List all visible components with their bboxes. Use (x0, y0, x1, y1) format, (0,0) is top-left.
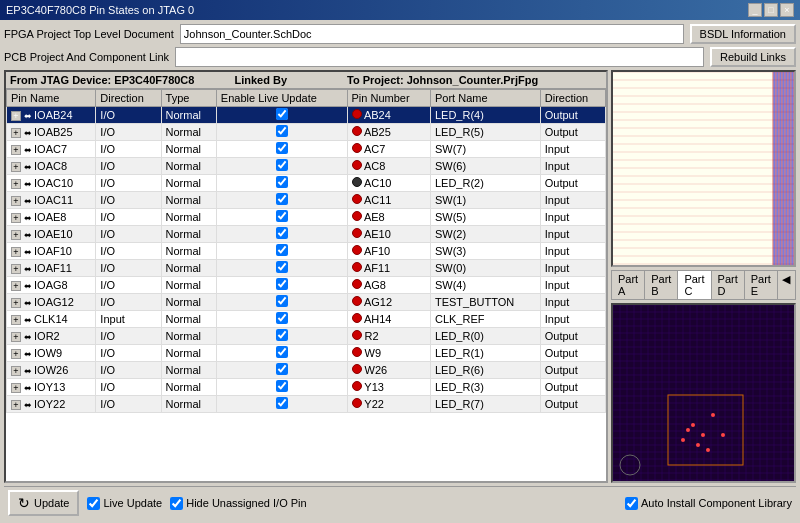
table-row[interactable]: + ⬌IOAE8I/ONormal AE8SW(5)Input (7, 209, 606, 226)
expand-button[interactable]: + (11, 366, 21, 376)
expand-button[interactable]: + (11, 111, 21, 121)
enable-live-update-cell[interactable] (216, 243, 347, 260)
enable-live-update-cell[interactable] (216, 192, 347, 209)
maximize-button[interactable]: □ (764, 3, 778, 17)
table-row[interactable]: + ⬌IOAF11I/ONormal AF11SW(0)Input (7, 260, 606, 277)
enable-live-update-cell[interactable] (216, 345, 347, 362)
enable-checkbox[interactable] (276, 159, 288, 171)
expand-button[interactable]: + (11, 383, 21, 393)
enable-checkbox[interactable] (276, 227, 288, 239)
live-update-checkbox[interactable] (87, 497, 100, 510)
table-row[interactable]: + ⬌IOAG12I/ONormal AG12TEST_BUTTONInput (7, 294, 606, 311)
close-button[interactable]: × (780, 3, 794, 17)
minimize-button[interactable]: _ (748, 3, 762, 17)
auto-install-checkbox[interactable] (625, 497, 638, 510)
expand-button[interactable]: + (11, 400, 21, 410)
enable-checkbox[interactable] (276, 346, 288, 358)
expand-button[interactable]: + (11, 128, 21, 138)
enable-live-update-cell[interactable] (216, 328, 347, 345)
expand-button[interactable]: + (11, 315, 21, 325)
part-tab-part-c[interactable]: Part C (678, 271, 711, 299)
title-bar-buttons[interactable]: _ □ × (748, 3, 794, 17)
table-row[interactable]: + ⬌IOY13I/ONormal Y13LED_R(3)Output (7, 379, 606, 396)
bsdl-button[interactable]: BSDL Information (690, 24, 796, 44)
enable-checkbox[interactable] (276, 210, 288, 222)
enable-checkbox[interactable] (276, 278, 288, 290)
enable-checkbox[interactable] (276, 108, 288, 120)
hide-unassigned-checkbox-label[interactable]: Hide Unassigned I/O Pin (170, 497, 306, 510)
enable-live-update-cell[interactable] (216, 311, 347, 328)
port-name-cell: LED_R(0) (430, 328, 540, 345)
expand-button[interactable]: + (11, 298, 21, 308)
type-cell: Normal (161, 226, 216, 243)
enable-checkbox[interactable] (276, 142, 288, 154)
expand-button[interactable]: + (11, 281, 21, 291)
pcb-input[interactable] (175, 47, 704, 67)
enable-checkbox[interactable] (276, 329, 288, 341)
enable-live-update-cell[interactable] (216, 362, 347, 379)
table-row[interactable]: + ⬌IOAC11I/ONormal AC11SW(1)Input (7, 192, 606, 209)
expand-button[interactable]: + (11, 332, 21, 342)
hide-unassigned-checkbox[interactable] (170, 497, 183, 510)
table-row[interactable]: + ⬌IOAC7I/ONormal AC7SW(7)Input (7, 141, 606, 158)
part-tabs[interactable]: Part APart BPart CPart DPart E◀▶ (611, 270, 796, 300)
enable-checkbox[interactable] (276, 125, 288, 137)
enable-live-update-cell[interactable] (216, 277, 347, 294)
enable-checkbox[interactable] (276, 176, 288, 188)
expand-button[interactable]: + (11, 349, 21, 359)
rebuild-links-button[interactable]: Rebuild Links (710, 47, 796, 67)
live-update-checkbox-label[interactable]: Live Update (87, 497, 162, 510)
expand-button[interactable]: + (11, 162, 21, 172)
expand-button[interactable]: + (11, 230, 21, 240)
enable-live-update-cell[interactable] (216, 226, 347, 243)
table-row[interactable]: + ⬌IOAG8I/ONormal AG8SW(4)Input (7, 277, 606, 294)
table-row[interactable]: + ⬌IOR2I/ONormal R2LED_R(0)Output (7, 328, 606, 345)
part-tab-part-a[interactable]: Part A (612, 271, 645, 299)
pin-name-cell: + ⬌IOR2 (7, 328, 96, 345)
expand-button[interactable]: + (11, 196, 21, 206)
update-button[interactable]: ↻ Update (8, 490, 79, 516)
part-tab-next-icon[interactable]: ▶ (794, 271, 796, 299)
expand-button[interactable]: + (11, 213, 21, 223)
part-tab-part-b[interactable]: Part B (645, 271, 678, 299)
enable-live-update-cell[interactable] (216, 124, 347, 141)
enable-live-update-cell[interactable] (216, 175, 347, 192)
table-container[interactable]: Pin Name Direction Type Enable Live Upda… (6, 89, 606, 481)
enable-live-update-cell[interactable] (216, 141, 347, 158)
table-row[interactable]: + ⬌IOAB24I/ONormal AB24LED_R(4)Output (7, 107, 606, 124)
table-row[interactable]: + ⬌IOY22I/ONormal Y22LED_R(7)Output (7, 396, 606, 413)
enable-checkbox[interactable] (276, 295, 288, 307)
enable-checkbox[interactable] (276, 363, 288, 375)
enable-live-update-cell[interactable] (216, 294, 347, 311)
fpga-input[interactable] (180, 24, 684, 44)
table-row[interactable]: + ⬌IOAC10I/ONormal AC10LED_R(2)Output (7, 175, 606, 192)
table-row[interactable]: + ⬌IOW9I/ONormal W9LED_R(1)Output (7, 345, 606, 362)
pin-number-cell: AC7 (347, 141, 430, 158)
table-row[interactable]: + ⬌IOAB25I/ONormal AB25LED_R(5)Output (7, 124, 606, 141)
enable-checkbox[interactable] (276, 193, 288, 205)
table-row[interactable]: + ⬌IOW26I/ONormal W26LED_R(6)Output (7, 362, 606, 379)
enable-checkbox[interactable] (276, 244, 288, 256)
auto-install-checkbox-label[interactable]: Auto Install Component Library (625, 497, 792, 510)
enable-live-update-cell[interactable] (216, 209, 347, 226)
enable-live-update-cell[interactable] (216, 158, 347, 175)
expand-button[interactable]: + (11, 145, 21, 155)
enable-checkbox[interactable] (276, 261, 288, 273)
table-row[interactable]: + ⬌IOAC8I/ONormal AC8SW(6)Input (7, 158, 606, 175)
expand-button[interactable]: + (11, 264, 21, 274)
part-tab-part-e[interactable]: Part E (745, 271, 778, 299)
enable-live-update-cell[interactable] (216, 396, 347, 413)
expand-button[interactable]: + (11, 247, 21, 257)
enable-checkbox[interactable] (276, 380, 288, 392)
part-tab-prev-icon[interactable]: ◀ (778, 271, 794, 299)
part-tab-part-d[interactable]: Part D (712, 271, 745, 299)
enable-live-update-cell[interactable] (216, 260, 347, 277)
expand-button[interactable]: + (11, 179, 21, 189)
enable-live-update-cell[interactable] (216, 107, 347, 124)
enable-live-update-cell[interactable] (216, 379, 347, 396)
table-row[interactable]: + ⬌CLK14InputNormal AH14CLK_REFInput (7, 311, 606, 328)
enable-checkbox[interactable] (276, 312, 288, 324)
table-row[interactable]: + ⬌IOAE10I/ONormal AE10SW(2)Input (7, 226, 606, 243)
table-row[interactable]: + ⬌IOAF10I/ONormal AF10SW(3)Input (7, 243, 606, 260)
enable-checkbox[interactable] (276, 397, 288, 409)
